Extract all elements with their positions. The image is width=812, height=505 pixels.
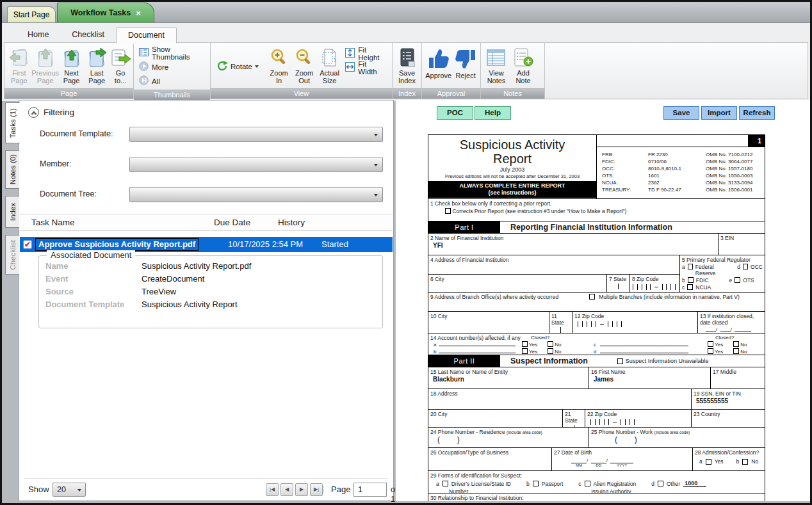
side-tab-index[interactable]: Index: [5, 196, 19, 228]
import-button[interactable]: Import: [701, 106, 737, 120]
rotate-dropdown-caret-icon: [255, 65, 259, 68]
member-dropdown[interactable]: [129, 157, 383, 172]
prev-page-nav-button[interactable]: ◀: [280, 483, 293, 496]
tab-start-page[interactable]: Start Page: [7, 6, 56, 22]
sar-edition-note: Previous editions will not be accepted a…: [428, 173, 596, 179]
sar-row-14: 14 Account number(s) affected, if any Cl…: [428, 333, 765, 355]
side-tab-notes-label: Notes (0): [9, 154, 17, 184]
pager-bar: Show 20 |◀ ◀ ▶ ▶| | Page of 1: [24, 478, 388, 499]
go-to-button[interactable]: Go to...: [110, 44, 131, 88]
sar-row-29: 29 Forms of Identification for Suspect: …: [428, 471, 765, 493]
fit-height-label: Fit Height: [358, 46, 387, 61]
document-tree-label: Document Tree:: [40, 189, 97, 198]
thumbnails-more-button[interactable]: More: [137, 61, 207, 73]
next-page-nav-button[interactable]: ▶: [295, 483, 308, 496]
reject-button[interactable]: Reject: [453, 44, 478, 88]
show-thumbnails-button[interactable]: Show Thumbnails: [137, 47, 207, 59]
next-page-label: Next Page: [59, 69, 85, 84]
go-to-icon: [110, 46, 131, 69]
document-tree-dropdown[interactable]: [129, 187, 383, 202]
side-tab-tasks[interactable]: Tasks (1): [5, 102, 20, 143]
side-tab-checklist[interactable]: Checklist: [5, 235, 19, 275]
tasks-panel: Filtering Document Template: Member: Doc…: [19, 100, 394, 501]
save-button[interactable]: Save: [663, 106, 699, 120]
group-label-index: Index: [393, 88, 421, 99]
chevron-down-icon: [77, 489, 81, 492]
tab-workflow-tasks[interactable]: Workflow Tasks ×: [57, 3, 154, 22]
sar-row-24-25: 24 Phone Number - Residence (include are…: [428, 428, 765, 448]
side-tab-checklist-label: Checklist: [9, 240, 17, 270]
reject-thumbs-down-icon: [453, 46, 478, 72]
previous-page-button[interactable]: Previous Page: [32, 44, 59, 88]
zoom-in-icon: [270, 46, 288, 69]
collapse-chevron-icon[interactable]: [28, 107, 39, 118]
next-page-button[interactable]: Next Page: [59, 44, 85, 88]
page-number-input[interactable]: [353, 483, 387, 497]
poc-button[interactable]: POC: [437, 106, 473, 120]
view-notes-button[interactable]: View Notes: [483, 44, 510, 88]
reject-label: Reject: [456, 72, 476, 79]
field2-value: YFI: [428, 241, 718, 249]
save-index-label: Save Index: [394, 69, 419, 84]
actual-size-button[interactable]: Actual Size: [317, 44, 342, 88]
help-button[interactable]: Help: [475, 106, 511, 120]
approve-button[interactable]: Approve: [424, 44, 453, 88]
sar-row-2-3: 2 Name of Financial InstitutionYFI 3 EIN: [428, 234, 765, 255]
view-notes-label: View Notes: [483, 69, 510, 84]
side-tab-notes[interactable]: Notes (0): [5, 150, 19, 189]
zoom-out-label: Zoom Out: [291, 69, 316, 84]
part1-title: Reporting Financial Institution Informat…: [510, 223, 672, 232]
save-index-button[interactable]: Save Index: [394, 44, 419, 88]
page-size-dropdown[interactable]: 20: [53, 483, 86, 497]
show-thumbnails-icon: [139, 48, 149, 58]
side-tab-tasks-label: Tasks (1): [9, 108, 17, 138]
ribbon-group-notes: View Notes Add Note Notes: [481, 43, 545, 99]
column-task-name[interactable]: Task Name: [31, 218, 75, 227]
zoom-in-button[interactable]: Zoom In: [266, 44, 291, 88]
fit-width-label: Fit Width: [358, 60, 387, 76]
column-history[interactable]: History: [278, 218, 305, 227]
sar-row-9: 9 Address of Branch Office(s) where acti…: [428, 293, 765, 312]
ribbon-tab-document[interactable]: Document: [116, 28, 177, 44]
document-template-label: Document Template:: [40, 129, 113, 138]
refresh-button[interactable]: Refresh: [739, 106, 775, 120]
first-page-nav-button[interactable]: |◀: [266, 483, 279, 496]
group-label-approval: Approval: [422, 88, 480, 99]
page-label: Page: [331, 485, 350, 494]
close-icon[interactable]: ×: [136, 9, 141, 17]
task-checkbox[interactable]: ✔: [23, 240, 32, 249]
add-note-label: Add Note: [510, 69, 537, 84]
sar-part1-bar: Part I Reporting Financial Institution I…: [428, 221, 765, 234]
chevron-down-icon: [374, 164, 378, 166]
field29-other-value: 1000: [683, 480, 706, 487]
document-tab-bar: Start Page Workflow Tasks ×: [2, 2, 810, 23]
view-notes-icon: [487, 46, 506, 69]
task-history-status: Started: [321, 239, 348, 249]
document-template-dropdown[interactable]: [129, 127, 383, 142]
filtering-header[interactable]: Filtering: [28, 107, 74, 118]
sar-row-26-28: 26 Occupation/Type of Business 27 Date o…: [428, 448, 765, 471]
column-due-date[interactable]: Due Date: [214, 218, 250, 227]
fit-width-button[interactable]: Fit Width: [343, 61, 389, 74]
field16-value: James: [589, 375, 710, 383]
last-page-nav-button[interactable]: ▶|: [310, 483, 323, 496]
sar-row-30: 30 Relationship to Financial Institution…: [428, 493, 765, 501]
fit-height-button[interactable]: Fit Height: [343, 47, 389, 60]
first-page-button[interactable]: First Page: [6, 44, 32, 88]
last-page-button[interactable]: Last Page: [84, 44, 110, 88]
filtering-title: Filtering: [44, 108, 74, 117]
add-note-button[interactable]: Add Note: [510, 44, 537, 88]
assoc-row-template: Document TemplateSuspicious Activity Rep…: [45, 298, 376, 311]
sar-banner-line2: (see instructions): [428, 189, 596, 196]
ribbon-group-view: Rotate Zoom In: [211, 43, 393, 99]
rotate-button[interactable]: Rotate: [213, 61, 263, 72]
ribbon-tab-home[interactable]: Home: [16, 28, 60, 43]
thumbnails-all-button[interactable]: All: [137, 75, 207, 87]
ribbon-tab-checklist[interactable]: Checklist: [60, 28, 116, 43]
ribbon-group-thumbnails: Show Thumbnails More All: [134, 43, 211, 99]
associated-document-title: Associated Document: [47, 250, 135, 260]
show-thumbnails-label: Show Thumbnails: [152, 45, 205, 61]
task-name: Approve Suspicious Activity Report.pdf: [35, 238, 199, 251]
rotate-icon: [217, 61, 228, 72]
zoom-out-button[interactable]: Zoom Out: [291, 44, 316, 88]
